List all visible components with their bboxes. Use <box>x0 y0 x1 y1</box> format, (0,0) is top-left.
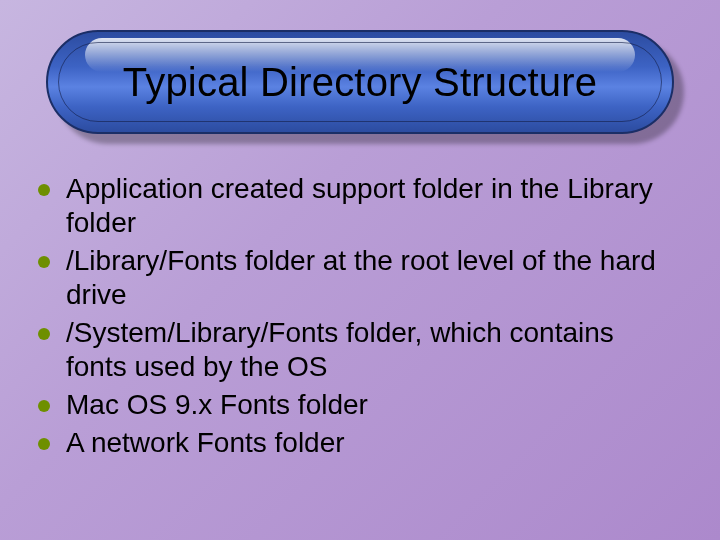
list-item: /System/Library/Fonts folder, which cont… <box>38 316 680 384</box>
list-item: A network Fonts folder <box>38 426 680 460</box>
bullet-text: /Library/Fonts folder at the root level … <box>66 244 680 312</box>
bullet-text: Application created support folder in th… <box>66 172 680 240</box>
title-pill: Typical Directory Structure <box>46 30 674 134</box>
title-inner-border: Typical Directory Structure <box>58 42 662 122</box>
bullet-icon <box>38 328 50 340</box>
slide-title: Typical Directory Structure <box>123 60 597 105</box>
bullet-icon <box>38 438 50 450</box>
list-item: Mac OS 9.x Fonts folder <box>38 388 680 422</box>
list-item: /Library/Fonts folder at the root level … <box>38 244 680 312</box>
title-container: Typical Directory Structure <box>46 30 674 134</box>
bullet-text: /System/Library/Fonts folder, which cont… <box>66 316 680 384</box>
slide-body: Application created support folder in th… <box>38 172 680 464</box>
list-item: Application created support folder in th… <box>38 172 680 240</box>
bullet-icon <box>38 184 50 196</box>
slide: Typical Directory Structure Application … <box>0 0 720 540</box>
bullet-text: Mac OS 9.x Fonts folder <box>66 388 368 422</box>
bullet-icon <box>38 400 50 412</box>
bullet-icon <box>38 256 50 268</box>
bullet-text: A network Fonts folder <box>66 426 345 460</box>
